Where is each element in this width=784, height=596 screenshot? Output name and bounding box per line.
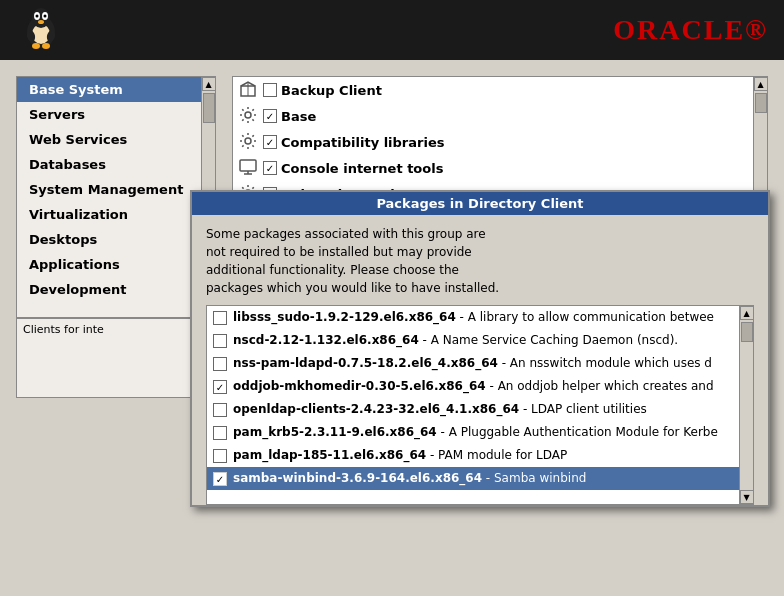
modal-pkg-openldap[interactable]: openldap-clients-2.4.23-32.el6_4.1.x86_6…	[207, 398, 739, 421]
modal-scroll-thumb[interactable]	[741, 322, 753, 342]
monitor-icon	[239, 158, 259, 178]
category-item-servers[interactable]: Servers	[17, 102, 215, 127]
modal-pkg-oddjob[interactable]: oddjob-mkhomedir-0.30-5.el6.x86_64 - An …	[207, 375, 739, 398]
category-item-system-management[interactable]: System Management	[17, 177, 215, 202]
category-item-desktops[interactable]: Desktops	[17, 227, 215, 252]
modal-pkg-text-pam-ldap: pam_ldap-185-11.el6.x86_64 - PAM module …	[233, 448, 567, 462]
svg-point-11	[42, 43, 50, 49]
modal-pkg-name-pam-krb5: pam_krb5-2.3.11-9.el6.x86_64	[233, 425, 437, 439]
pkg-checkbox-console-internet[interactable]: ✓	[263, 161, 277, 175]
modal-pkg-name-samba-winbind: samba-winbind-3.6.9-164.el6.x86_64	[233, 471, 482, 485]
scroll-up-arrow[interactable]: ▲	[202, 77, 216, 91]
pkg-name-base: Base	[281, 109, 316, 124]
modal-pkg-samba-winbind[interactable]: samba-winbind-3.6.9-164.el6.x86_64 - Sam…	[207, 467, 739, 490]
modal-pkg-desc-openldap: - LDAP client utilities	[519, 402, 647, 416]
modal-pkg-pam-ldap[interactable]: pam_ldap-185-11.el6.x86_64 - PAM module …	[207, 444, 739, 467]
modal-pkg-name-oddjob: oddjob-mkhomedir-0.30-5.el6.x86_64	[233, 379, 486, 393]
modal-pkg-nss-pam[interactable]: nss-pam-ldapd-0.7.5-18.2.el6_4.x86_64 - …	[207, 352, 739, 375]
description-box: Clients for inte	[16, 318, 216, 398]
tux-icon	[17, 6, 65, 54]
modal-pkg-checkbox-samba-winbind[interactable]	[213, 472, 227, 486]
category-item-web-services[interactable]: Web Services	[17, 127, 215, 152]
pkg-checkbox-base[interactable]: ✓	[263, 109, 277, 123]
modal-scrollbar[interactable]: ▲ ▼	[739, 306, 753, 504]
gear-icon	[239, 106, 259, 126]
modal-pkg-text-openldap: openldap-clients-2.4.23-32.el6_4.1.x86_6…	[233, 402, 647, 416]
modal-pkg-text-nscd: nscd-2.12-1.132.el6.x86_64 - A Name Serv…	[233, 333, 678, 347]
modal-pkg-desc-oddjob: - An oddjob helper which creates and	[486, 379, 714, 393]
pkg-name-backup-client: Backup Client	[281, 83, 382, 98]
modal-pkg-checkbox-nscd[interactable]	[213, 334, 227, 348]
package-item-backup-client[interactable]: Backup Client	[233, 77, 753, 103]
svg-rect-16	[240, 160, 256, 171]
modal-pkg-name-nss-pam: nss-pam-ldapd-0.7.5-18.2.el6_4.x86_64	[233, 356, 498, 370]
modal-pkg-checkbox-openldap[interactable]	[213, 403, 227, 417]
modal-pkg-nscd[interactable]: nscd-2.12-1.132.el6.x86_64 - A Name Serv…	[207, 329, 739, 352]
package-item-console-internet[interactable]: ✓Console internet tools	[233, 155, 753, 181]
modal-pkg-text-pam-krb5: pam_krb5-2.3.11-9.el6.x86_64 - A Pluggab…	[233, 425, 718, 439]
category-item-development[interactable]: Development	[17, 277, 215, 302]
scroll-thumb[interactable]	[203, 93, 215, 123]
category-list: Base SystemServersWeb ServicesDatabasesS…	[16, 76, 216, 318]
modal-pkg-libsss-sudo[interactable]: libsss_sudo-1.9.2-129.el6.x86_64 - A lib…	[207, 306, 739, 329]
modal-pkg-text-nss-pam: nss-pam-ldapd-0.7.5-18.2.el6_4.x86_64 - …	[233, 356, 712, 370]
modal-pkg-desc-nscd: - A Name Service Caching Daemon (nscd).	[419, 333, 678, 347]
box-icon	[239, 80, 259, 100]
pkg-name-console-internet: Console internet tools	[281, 161, 443, 176]
modal-pkg-name-openldap: openldap-clients-2.4.23-32.el6_4.1.x86_6…	[233, 402, 519, 416]
header: ORACLE®	[0, 0, 784, 60]
pkg-name-compat-libs: Compatibility libraries	[281, 135, 444, 150]
svg-point-15	[245, 138, 251, 144]
modal-pkg-checkbox-pam-ldap[interactable]	[213, 449, 227, 463]
gear-icon	[239, 132, 259, 152]
modal-pkg-desc-pam-ldap: - PAM module for LDAP	[426, 448, 567, 462]
svg-point-5	[36, 15, 39, 18]
modal-pkg-pam-krb5[interactable]: pam_krb5-2.3.11-9.el6.x86_64 - A Pluggab…	[207, 421, 739, 444]
linux-logo	[16, 5, 66, 55]
modal-pkg-name-pam-ldap: pam_ldap-185-11.el6.x86_64	[233, 448, 426, 462]
modal-description: Some packages associated with this group…	[206, 225, 754, 297]
modal-scroll-up[interactable]: ▲	[740, 306, 754, 320]
oracle-label: ORACLE®	[613, 14, 768, 46]
modal-pkg-checkbox-nss-pam[interactable]	[213, 357, 227, 371]
category-item-virtualization[interactable]: Virtualization	[17, 202, 215, 227]
modal-package-list: libsss_sudo-1.9.2-129.el6.x86_64 - A lib…	[206, 305, 754, 505]
svg-point-10	[32, 43, 40, 49]
modal-pkg-name-nscd: nscd-2.12-1.132.el6.x86_64	[233, 333, 419, 347]
modal-pkg-text-libsss-sudo: libsss_sudo-1.9.2-129.el6.x86_64 - A lib…	[233, 310, 714, 324]
modal-pkg-name-libsss-sudo: libsss_sudo-1.9.2-129.el6.x86_64	[233, 310, 456, 324]
modal-scroll-down[interactable]: ▼	[740, 490, 754, 504]
modal-pkg-desc-pam-krb5: - A Pluggable Authentication Module for …	[437, 425, 718, 439]
description-text: Clients for inte	[23, 323, 104, 336]
category-item-base-system[interactable]: Base System	[17, 77, 215, 102]
pkg-checkbox-backup-client[interactable]	[263, 83, 277, 97]
pkg-scroll-up[interactable]: ▲	[754, 77, 768, 91]
modal-pkg-text-oddjob: oddjob-mkhomedir-0.30-5.el6.x86_64 - An …	[233, 379, 714, 393]
modal-title: Packages in Directory Client	[192, 192, 768, 215]
modal-pkg-desc-libsss-sudo: - A library to allow communication betwe…	[456, 310, 714, 324]
modal-pkg-checkbox-pam-krb5[interactable]	[213, 426, 227, 440]
package-item-compat-libs[interactable]: ✓Compatibility libraries	[233, 129, 753, 155]
modal-pkg-checkbox-oddjob[interactable]	[213, 380, 227, 394]
package-item-base[interactable]: ✓Base	[233, 103, 753, 129]
svg-point-7	[38, 20, 44, 24]
category-item-applications[interactable]: Applications	[17, 252, 215, 277]
svg-point-6	[44, 15, 47, 18]
category-item-databases[interactable]: Databases	[17, 152, 215, 177]
pkg-checkbox-compat-libs[interactable]: ✓	[263, 135, 277, 149]
modal-pkg-text-samba-winbind: samba-winbind-3.6.9-164.el6.x86_64 - Sam…	[233, 471, 586, 485]
svg-point-14	[245, 112, 251, 118]
modal-pkg-checkbox-libsss-sudo[interactable]	[213, 311, 227, 325]
modal-pkg-desc-nss-pam: - An nsswitch module which uses d	[498, 356, 712, 370]
pkg-scroll-thumb[interactable]	[755, 93, 767, 113]
packages-modal: Packages in Directory Client Some packag…	[190, 190, 770, 507]
modal-pkg-desc-samba-winbind: - Samba winbind	[482, 471, 586, 485]
